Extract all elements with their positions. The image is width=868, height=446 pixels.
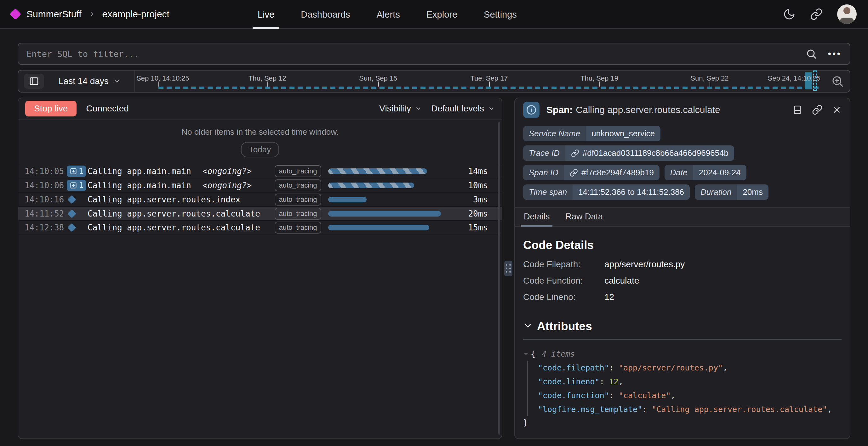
breadcrumb-project[interactable]: example-project bbox=[102, 9, 169, 20]
json-key: "code.lineno" bbox=[538, 377, 600, 386]
json-attribute: "code.lineno": 12, bbox=[538, 375, 841, 388]
badge-value-text: 2024-09-24 bbox=[699, 168, 741, 178]
code-detail-value: app/server/routes.py bbox=[604, 259, 685, 269]
badge-value: 14:11:52.366 to 14:11:52.386 bbox=[572, 185, 690, 200]
attributes-json-viewer: { 4 items "code.filepath": "app/server/r… bbox=[523, 347, 841, 429]
panel-resize-handle[interactable] bbox=[504, 261, 513, 276]
meta-badge-duration[interactable]: Duration20ms bbox=[695, 185, 769, 200]
nav-tab-alerts[interactable]: Alerts bbox=[377, 0, 400, 29]
log-message-wrap: Calling app.main.main<ongoing?> bbox=[88, 181, 275, 190]
visibility-dropdown[interactable]: Visibility bbox=[379, 103, 422, 114]
logo-icon[interactable] bbox=[10, 8, 22, 20]
code-detail-value: 12 bbox=[604, 292, 614, 302]
child-count-badge[interactable]: 1 bbox=[67, 165, 86, 177]
diamond-icon bbox=[67, 209, 76, 218]
log-message-wrap: Calling app.main.main<ongoing?> bbox=[88, 166, 275, 176]
time-range-select[interactable]: Last 14 days bbox=[59, 76, 121, 86]
duration-bar bbox=[328, 197, 367, 202]
breadcrumb-chevron-icon bbox=[89, 11, 95, 18]
expand-children-icon[interactable]: 1 bbox=[67, 165, 88, 177]
log-row[interactable]: 14:10:061Calling app.main.main<ongoing?>… bbox=[18, 178, 502, 192]
link-icon bbox=[571, 149, 579, 157]
sidebar-toggle-icon[interactable] bbox=[24, 74, 44, 89]
scrollbar[interactable] bbox=[498, 122, 500, 435]
json-value: "calculate" bbox=[619, 391, 671, 400]
main-nav: LiveDashboardsAlertsExploreSettings bbox=[258, 0, 517, 29]
span-detail-header: Span:Calling app.server.routes.calculate bbox=[515, 98, 850, 122]
duration-bar-track bbox=[328, 183, 444, 188]
duration-bar-track bbox=[328, 211, 444, 217]
timeline-activity-dashes bbox=[158, 87, 820, 89]
divider bbox=[523, 339, 841, 340]
meta-badge-trace-id[interactable]: Trace ID#df01acad0311189c8b66a466d969654… bbox=[523, 146, 734, 161]
breadcrumb-org[interactable]: SummerStuff bbox=[27, 9, 82, 20]
log-row[interactable]: 14:10:16Calling app.server.routes.indexa… bbox=[18, 192, 502, 206]
duration-label: 15ms bbox=[453, 223, 488, 232]
search-icon[interactable] bbox=[806, 48, 817, 60]
nav-tab-dashboards[interactable]: Dashboards bbox=[301, 0, 350, 29]
log-row[interactable]: 14:12:38Calling app.server.routes.calcul… bbox=[18, 220, 502, 234]
dock-panel-icon[interactable] bbox=[793, 105, 803, 115]
badge-value: unknown_service bbox=[586, 126, 660, 141]
today-button[interactable]: Today bbox=[241, 142, 279, 157]
panel-gap bbox=[502, 98, 514, 439]
code-detail-row: Code Filepath:app/server/routes.py bbox=[523, 259, 841, 269]
log-row[interactable]: 14:11:52Calling app.server.routes.calcul… bbox=[18, 206, 502, 220]
default-levels-dropdown[interactable]: Default levels bbox=[431, 103, 495, 114]
duration-bar bbox=[328, 225, 429, 230]
tag-badge[interactable]: auto_tracing bbox=[275, 194, 321, 205]
chevron-down-icon bbox=[415, 105, 422, 112]
child-count-badge[interactable]: 1 bbox=[67, 180, 86, 191]
meta-badge-date[interactable]: Date2024-09-24 bbox=[664, 165, 746, 180]
tag-badge[interactable]: auto_tracing bbox=[275, 180, 321, 191]
timeline-tick-mark bbox=[599, 82, 600, 87]
sql-filter-input[interactable] bbox=[27, 49, 795, 59]
span-detail-panel: Span:Calling app.server.routes.calculate bbox=[514, 98, 850, 439]
attributes-section-toggle[interactable]: Attributes bbox=[523, 320, 841, 333]
tag-badge[interactable]: auto_tracing bbox=[275, 165, 321, 177]
duration-bar-track bbox=[328, 225, 444, 230]
tag-badge[interactable]: auto_tracing bbox=[275, 222, 321, 233]
badge-row: Service Nameunknown_service bbox=[523, 126, 841, 141]
expand-children-icon[interactable]: 1 bbox=[67, 180, 88, 191]
user-avatar[interactable] bbox=[837, 4, 857, 24]
detail-tab-details[interactable]: Details bbox=[523, 208, 551, 226]
json-value: "app/server/routes.py" bbox=[619, 363, 723, 372]
stop-live-button[interactable]: Stop live bbox=[25, 101, 76, 117]
meta-badge-time-span[interactable]: Time span14:11:52.366 to 14:11:52.386 bbox=[523, 185, 690, 200]
code-details-heading: Code Details bbox=[523, 238, 841, 252]
nav-tab-explore[interactable]: Explore bbox=[427, 0, 457, 29]
duration-bar bbox=[328, 168, 427, 174]
badge-value-text: unknown_service bbox=[591, 129, 655, 138]
nav-tab-live[interactable]: Live bbox=[258, 0, 274, 29]
badge-value: 2024-09-24 bbox=[693, 165, 746, 180]
child-count: 1 bbox=[79, 167, 83, 176]
json-collapse-icon[interactable] bbox=[523, 351, 529, 357]
json-attribute: "code.filepath": "app/server/routes.py", bbox=[538, 361, 841, 375]
badge-label: Trace ID bbox=[523, 146, 565, 161]
meta-badge-service-name[interactable]: Service Nameunknown_service bbox=[523, 126, 660, 141]
log-message-wrap: Calling app.server.routes.calculate bbox=[88, 223, 275, 232]
timeline-scrubber[interactable]: Sep 10, 14:10:25Thu, Sep 12Sun, Sep 15Tu… bbox=[135, 70, 824, 92]
more-options-icon[interactable]: ••• bbox=[828, 49, 841, 59]
code-detail-label: Code Function: bbox=[523, 276, 604, 286]
tag-badge[interactable]: auto_tracing bbox=[275, 208, 321, 220]
zoom-in-icon[interactable] bbox=[831, 74, 844, 88]
nav-tab-settings[interactable]: Settings bbox=[484, 0, 517, 29]
share-link-icon[interactable] bbox=[810, 8, 823, 21]
log-row[interactable]: 14:10:051Calling app.main.main<ongoing?>… bbox=[18, 164, 502, 178]
breadcrumb: SummerStuff example-project bbox=[11, 9, 169, 20]
meta-badge-span-id[interactable]: Span ID#f7c8e294f7489b19 bbox=[523, 165, 659, 180]
detail-tab-raw-data[interactable]: Raw Data bbox=[565, 208, 604, 226]
dark-mode-moon-icon[interactable] bbox=[783, 8, 796, 21]
copy-link-icon[interactable] bbox=[812, 104, 823, 115]
log-message: Calling app.server.routes.index bbox=[88, 195, 240, 204]
close-icon[interactable] bbox=[832, 105, 841, 115]
detail-body: Code Details Code Filepath:app/server/ro… bbox=[515, 227, 850, 429]
diamond-icon bbox=[67, 195, 76, 204]
ongoing-indicator: <ongoing?> bbox=[203, 181, 252, 190]
json-key: "code.function" bbox=[538, 391, 609, 400]
diamond-icon bbox=[67, 223, 76, 232]
nav-actions bbox=[783, 4, 857, 24]
log-timestamp: 14:12:38 bbox=[25, 223, 67, 232]
